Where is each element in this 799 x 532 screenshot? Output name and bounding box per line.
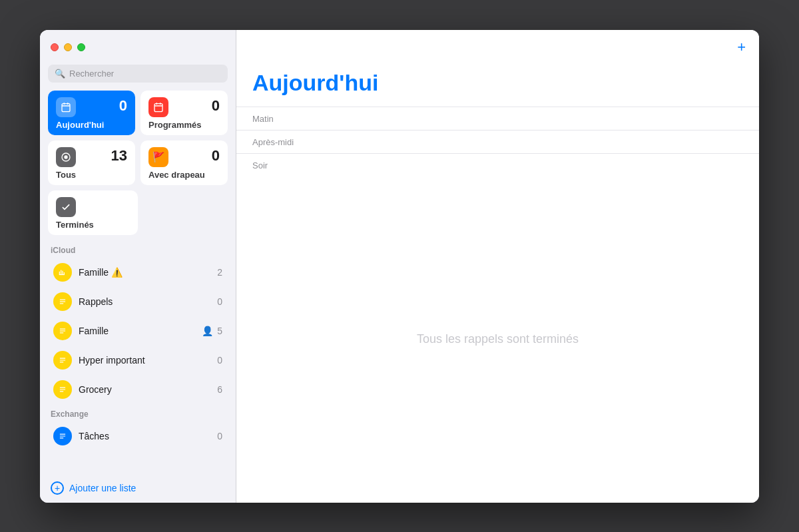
done-row: Terminés: [48, 190, 228, 235]
scheduled-count: 0: [212, 97, 220, 115]
card-all[interactable]: 13 Tous: [48, 140, 135, 185]
main-title: Aujourd'hui: [236, 65, 759, 107]
section-exchange-label: Exchange: [40, 404, 236, 421]
today-icon: [56, 97, 76, 117]
search-input[interactable]: [69, 69, 221, 79]
list-item-famille[interactable]: Famille 👤 5: [43, 316, 233, 346]
card-today[interactable]: 0 Aujourd'hui: [48, 91, 135, 135]
sidebar: 🔍 0 Aujourd'hui: [40, 30, 236, 503]
section-exchange: Exchange Tâches 0: [40, 404, 236, 451]
list-count-famille-warn: 2: [217, 267, 222, 278]
add-list-button[interactable]: + Ajouter une liste: [40, 473, 236, 503]
list-icon-famille: [53, 322, 72, 340]
flagged-label: Avec drapeau: [148, 170, 220, 180]
main-header: +: [236, 30, 759, 65]
scheduled-label: Programmés: [148, 120, 220, 130]
list-name-famille: Famille: [79, 326, 202, 336]
list-icon-taches: [53, 427, 72, 445]
empty-message: Tous les rappels sont terminés: [236, 176, 759, 503]
add-list-icon: +: [51, 481, 64, 495]
time-label-apres-midi: Après-midi: [252, 137, 294, 147]
list-item-grocery[interactable]: Grocery 6: [43, 375, 233, 404]
all-count: 13: [111, 147, 127, 164]
list-count-taches: 0: [217, 431, 222, 441]
today-count: 0: [119, 97, 127, 115]
time-label-soir: Soir: [252, 160, 268, 170]
done-label: Terminés: [56, 220, 130, 230]
add-list-label: Ajouter une liste: [69, 483, 136, 493]
section-icloud-label: iCloud: [40, 240, 236, 258]
scheduled-icon: [148, 97, 168, 117]
list-item-taches[interactable]: Tâches 0: [43, 421, 233, 451]
maximize-button[interactable]: [77, 43, 85, 51]
list-name-rappels: Rappels: [79, 296, 217, 307]
flagged-icon: 🚩: [148, 147, 168, 167]
all-icon: [56, 147, 76, 167]
done-icon: [56, 197, 76, 217]
minimize-button[interactable]: [64, 43, 72, 51]
list-item-rappels[interactable]: Rappels 0: [43, 287, 233, 316]
all-label: Tous: [56, 170, 127, 180]
list-count-hyper-important: 0: [217, 355, 222, 366]
cards-grid: 0 Aujourd'hui 0 P: [40, 91, 236, 190]
list-name-grocery: Grocery: [79, 384, 217, 395]
shared-icon-famille: 👤: [202, 326, 213, 336]
search-bar[interactable]: 🔍: [48, 65, 228, 83]
search-icon: 🔍: [55, 69, 65, 79]
section-icloud: iCloud Famille ⚠️ 2: [40, 240, 236, 404]
list-name-hyper-important: Hyper important: [79, 355, 217, 366]
titlebar: [40, 30, 236, 65]
list-name-taches: Tâches: [79, 431, 217, 441]
list-icon-hyper-important: [53, 351, 72, 370]
flagged-count: 0: [212, 147, 220, 164]
list-count-famille: 5: [217, 326, 222, 336]
list-item-hyper-important[interactable]: Hyper important 0: [43, 346, 233, 375]
list-item-famille-warn[interactable]: Famille ⚠️ 2: [43, 258, 233, 287]
close-button[interactable]: [51, 43, 59, 51]
card-scheduled[interactable]: 0 Programmés: [140, 91, 228, 135]
list-icon-rappels: [53, 292, 72, 311]
svg-rect-0: [62, 103, 70, 111]
time-section-soir: Soir: [236, 153, 759, 176]
main-content: + Aujourd'hui Matin Après-midi Soir Tous…: [236, 30, 759, 503]
svg-rect-4: [154, 103, 162, 111]
list-icon-grocery: [53, 380, 72, 399]
list-count-grocery: 6: [217, 384, 222, 395]
card-done[interactable]: Terminés: [48, 190, 138, 235]
list-name-famille-warn: Famille ⚠️: [79, 267, 217, 278]
add-reminder-button[interactable]: +: [737, 40, 746, 55]
list-icon-famille-warn: [53, 263, 72, 282]
svg-point-9: [64, 155, 67, 158]
app-window: 🔍 0 Aujourd'hui: [40, 30, 759, 503]
time-label-matin: Matin: [252, 114, 274, 124]
time-section-matin: Matin: [236, 107, 759, 130]
list-count-rappels: 0: [217, 296, 222, 307]
card-flagged[interactable]: 🚩 0 Avec drapeau: [140, 140, 228, 185]
time-section-apres-midi: Après-midi: [236, 130, 759, 153]
today-label: Aujourd'hui: [56, 120, 127, 130]
